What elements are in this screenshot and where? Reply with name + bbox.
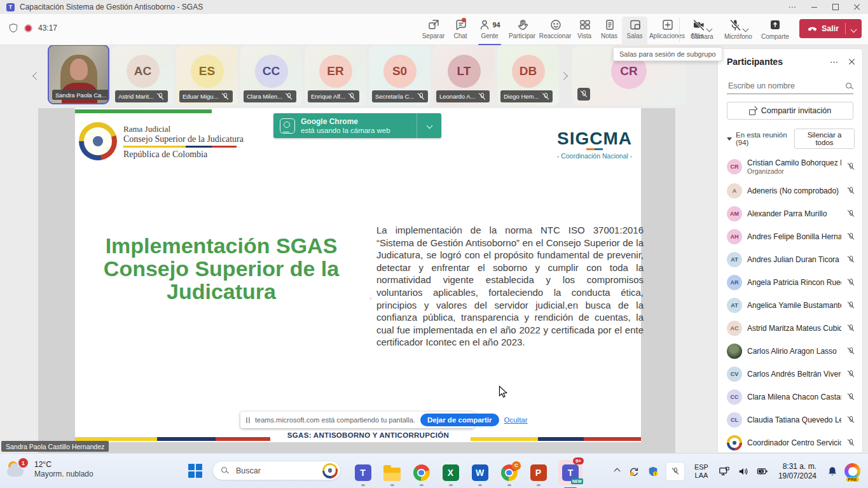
panel-close-button[interactable] xyxy=(848,59,855,65)
participant-row[interactable]: AH Andres Felipe Bonilla Hernand... xyxy=(718,225,862,248)
participant-name: Adeneris (No comprobado) xyxy=(747,186,841,195)
copilot-icon[interactable]: PRE xyxy=(844,463,860,479)
taskbar-app-excel[interactable]: X xyxy=(441,464,460,482)
notifications-bell-icon[interactable] xyxy=(827,466,838,477)
weather-widget[interactable]: 1 12°C Mayorm. nublado xyxy=(6,459,93,480)
video-tile[interactable]: S0 Secretaría C... xyxy=(369,46,431,106)
taskbar-app-teams-active[interactable]: T 9+ NEW xyxy=(558,460,582,485)
taskbar-clock[interactable]: 8:31 a. m. 19/07/2024 xyxy=(778,462,816,481)
video-tile-sandra[interactable]: Sandra Paola Ca... xyxy=(48,45,109,104)
meeting-toolbar: 43:17 Separar Chat 94 Gente Participar R… xyxy=(0,14,868,45)
participant-row[interactable]: AR Angela Patricia Rincon Rueda xyxy=(718,271,862,294)
participant-row[interactable]: A Adeneris (No comprobado) xyxy=(718,179,862,202)
toolbar-reaccionar-button[interactable]: Reaccionar xyxy=(538,17,572,45)
taskbar-search[interactable] xyxy=(212,461,341,480)
tray-mic-muted-icon[interactable] xyxy=(666,463,684,480)
mic-off-icon xyxy=(478,92,486,101)
webcam-icon xyxy=(280,118,295,134)
toolbar-salas-button[interactable]: Salas xyxy=(622,17,647,45)
mic-off-icon xyxy=(156,92,165,101)
toolbar-vista-button[interactable]: Vista xyxy=(572,17,596,45)
tray-expand-chevron[interactable] xyxy=(615,469,619,473)
taskbar-search-input[interactable] xyxy=(235,466,322,476)
presentation-slide: Rama Judicial Consejo Superior de la Jud… xyxy=(75,108,641,442)
section-collapse-caret[interactable] xyxy=(727,137,732,141)
video-tile[interactable]: AC Astrid Marit... xyxy=(112,46,174,106)
strip-scroll-right-button[interactable] xyxy=(561,70,567,81)
banner-options-chevron[interactable] xyxy=(417,113,441,138)
share-invite-button[interactable]: Compartir invitación xyxy=(727,102,853,120)
participant-row[interactable]: CC Clara Milena Chacon Castaño xyxy=(718,386,862,408)
hangup-icon xyxy=(807,24,818,34)
windows-taskbar: 1 12°C Mayorm. nublado T X W C P T 9+ NE… xyxy=(0,453,868,488)
camera-options-chevron[interactable] xyxy=(706,26,712,32)
strip-scroll-left-button[interactable] xyxy=(34,70,39,81)
video-tile[interactable]: LT Leonardo A... xyxy=(433,46,495,106)
participant-name: Alexander Parra Murillo xyxy=(747,209,841,218)
taskbar-app-chrome-profile[interactable]: C xyxy=(500,464,518,482)
participant-row[interactable]: CV Carlos Andrés Beltrán Viveros xyxy=(718,363,862,386)
video-tile[interactable]: ES Eduar Migu... xyxy=(176,46,238,106)
participant-row[interactable]: CL Claudia Tatiana Quevedo Leal xyxy=(718,408,862,431)
volume-icon[interactable] xyxy=(738,466,749,477)
taskbar-app-teams[interactable]: T xyxy=(354,464,372,482)
video-tile[interactable]: CC Clara Milen... xyxy=(240,46,302,106)
participant-row[interactable]: AT Andres Julian Duran Ticora xyxy=(718,248,862,271)
minimize-icon xyxy=(811,7,817,8)
hide-share-bar-link[interactable]: Ocultar xyxy=(504,416,528,424)
taskbar-app-file-explorer[interactable] xyxy=(383,464,401,482)
teams-unread-badge: 9+ xyxy=(573,457,584,464)
toolbar-chat-button[interactable]: Chat xyxy=(448,17,473,45)
participant-row[interactable]: AM Alexander Parra Murillo xyxy=(718,202,862,225)
participant-filmstrip: Sandra Paola Ca... AC Astrid Marit... ES… xyxy=(0,45,717,109)
participant-row[interactable]: AC Astrid Maritza Mateus Cubides xyxy=(718,317,862,340)
toolbar-participar-button[interactable]: Participar xyxy=(506,17,538,45)
avatar: CC xyxy=(727,389,742,405)
participant-row[interactable]: CR Cristian Camilo Bohorquez Ro... Organ… xyxy=(718,154,862,179)
tile-name: Sandra Paola Ca... xyxy=(55,92,106,99)
participant-row[interactable]: Carlos Alirio Aragon Lasso xyxy=(718,340,862,363)
window-close-button[interactable] xyxy=(846,0,868,14)
battery-icon[interactable] xyxy=(757,466,768,477)
participant-row[interactable]: Coordinador Centro Servicios ... xyxy=(718,431,862,453)
taskbar-app-chrome[interactable] xyxy=(412,464,431,482)
avatar: AC xyxy=(127,55,160,88)
leave-button[interactable]: Salir xyxy=(799,19,862,38)
participant-search-input[interactable] xyxy=(727,81,845,91)
network-icon[interactable] xyxy=(719,466,730,477)
sync-icon[interactable] xyxy=(628,466,640,477)
tile-name: Secretaría C... xyxy=(375,93,414,100)
camera-button[interactable]: Cámara xyxy=(685,17,719,40)
window-maximize-button[interactable] xyxy=(825,0,846,14)
stop-sharing-button[interactable]: Dejar de compartir xyxy=(420,414,499,426)
window-more-button[interactable]: ⋯ xyxy=(782,0,803,14)
video-tile[interactable]: ER Enrique Alf... xyxy=(305,46,366,106)
participant-row[interactable]: AT Angelica Yamile Bustamante T... xyxy=(718,294,862,317)
toolbar-separar-button[interactable]: Separar xyxy=(419,17,448,45)
mute-all-button[interactable]: Silenciar a todos xyxy=(794,129,855,149)
mic-options-chevron[interactable] xyxy=(742,26,748,32)
security-shield-icon[interactable] xyxy=(647,466,659,477)
taskbar-app-powerpoint[interactable]: P xyxy=(529,464,548,482)
language-indicator[interactable]: ESP LAA xyxy=(694,463,708,479)
toolbar-gente-button[interactable]: 94 Gente xyxy=(473,17,506,45)
toolbar-notas-button[interactable]: Notas xyxy=(596,17,622,45)
search-highlight-seal-icon[interactable] xyxy=(322,463,338,478)
start-button[interactable] xyxy=(188,464,202,478)
window-minimize-button[interactable] xyxy=(803,0,825,14)
participant-search[interactable] xyxy=(727,81,853,94)
chrome-camera-banner[interactable]: Google Chrome está usando la cámara web xyxy=(273,113,441,138)
participant-name: Carlos Andrés Beltrán Viveros xyxy=(747,370,841,379)
participant-list: CR Cristian Camilo Bohorquez Ro... Organ… xyxy=(718,154,862,453)
mic-off-icon xyxy=(846,438,855,447)
chrome-icon xyxy=(413,464,430,481)
avatar: LT xyxy=(448,55,481,88)
video-tile[interactable]: DB Diego Hem... xyxy=(497,46,559,106)
panel-more-button[interactable]: ⋯ xyxy=(830,57,838,67)
mic-button[interactable]: Micrófono xyxy=(719,17,757,40)
leave-options-chevron[interactable] xyxy=(846,23,862,34)
tile-name: Diego Hem... xyxy=(504,93,539,100)
taskbar-app-word[interactable]: W xyxy=(471,464,489,482)
recording-indicator: 43:17 xyxy=(8,23,57,33)
share-screen-button[interactable]: Comparte xyxy=(757,17,793,40)
